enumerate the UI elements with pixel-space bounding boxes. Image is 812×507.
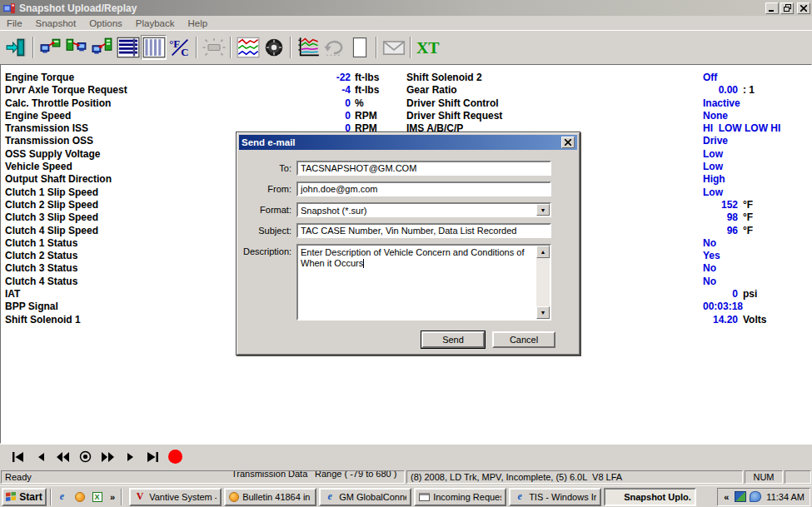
to-input[interactable] [296,161,551,176]
send-button[interactable]: Send [421,331,485,348]
toolbar-separator [230,37,232,58]
subject-input[interactable] [296,223,551,238]
column-view-icon[interactable] [141,35,167,60]
tools-icon[interactable]: XT [415,35,441,60]
description-textarea[interactable]: Enter Description of Vehicle Concern and… [296,244,551,321]
right-parameter-value-cell: No [703,237,811,250]
description-scrollbar[interactable]: ▲ ▼ [536,246,550,319]
fast-forward-icon[interactable] [97,449,119,465]
skip-to-end-icon[interactable] [142,449,164,465]
task-button[interactable]: Incoming Reques... [414,488,506,506]
menu-item[interactable]: Snapshot [29,17,83,29]
right-parameter-unit [716,237,721,249]
scroll-down-icon[interactable]: ▼ [536,306,550,319]
left-parameter-value: 0 [317,110,351,122]
right-parameter-unit: : 1 [738,84,755,96]
fahrenheit-celsius-icon[interactable]: °FC [167,35,192,60]
start-button[interactable]: Start [2,488,47,506]
menu-item[interactable]: Options [82,17,129,29]
system-tray: « 11:34 AM [717,488,810,506]
exit-icon[interactable] [3,35,29,60]
task-button-icon [609,491,620,502]
right-parameter-label: Driver Shift Request [406,110,703,122]
new-page-icon[interactable] [346,35,372,60]
right-parameter-value: No [703,237,716,249]
right-parameter-unit [780,122,785,134]
menu-item[interactable]: File [0,17,29,29]
right-parameter-value: 14.20 [703,314,738,326]
task-button[interactable]: TIS - Windows In... [509,488,601,506]
to-label: To: [243,161,296,176]
right-parameter-unit [716,262,721,274]
chart-icon[interactable] [295,35,321,60]
step-forward-icon[interactable] [119,449,142,465]
format-value: Snapshot (*.sur) [298,204,536,216]
menu-item[interactable]: Help [181,17,214,29]
skip-to-start-icon[interactable] [7,449,29,465]
right-parameter-unit: °F [738,225,753,236]
excel-icon[interactable]: X [90,490,104,504]
dial-icon[interactable] [261,35,286,60]
restore-button[interactable] [780,2,794,14]
transfer-from-device-icon[interactable] [89,35,115,60]
taskbar-divider [50,489,52,505]
menu-item[interactable]: Playback [129,17,182,29]
transfer-to-device-icon[interactable] [63,35,89,60]
dialog-close-icon[interactable] [561,137,575,148]
right-parameter-value-cell: No [703,276,811,288]
task-button[interactable]: GM GlobalConnec... [319,488,411,506]
right-parameter-value-cell: Off [703,72,811,84]
right-parameter-unit [728,110,733,122]
taskbar-divider [121,489,122,505]
messenger-tray-icon[interactable] [750,491,761,502]
rewind-icon[interactable] [52,449,74,465]
right-parameter-value: High [703,173,725,185]
minimize-button[interactable] [765,2,779,14]
right-parameter-value-cell: 14.20Volts [703,314,811,326]
right-parameter-label: Gear Ratio [406,84,703,97]
center-trigger-icon[interactable] [74,449,97,465]
task-button-icon [229,492,239,502]
quick-launch-overflow-chevron[interactable]: » [107,492,117,502]
tray-chevron[interactable]: « [721,492,731,502]
right-parameter-value: Low [703,148,723,160]
right-parameter-value-cell: No [703,262,811,275]
right-parameter-value-cell: 0psi [703,288,811,301]
format-dropdown[interactable]: Snapshot (*.sur) ▼ [296,202,551,217]
multi-graph-icon[interactable] [235,35,261,60]
task-button[interactable]: Bulletin 41864 in ... [224,488,316,506]
task-button-label: TIS - Windows In... [529,492,596,502]
description-text: Enter Description of Vehicle Concern and… [301,247,524,268]
left-parameter-value: -22 [317,72,351,84]
right-parameter-value: No [703,262,716,274]
right-parameter-value-cell: Low [703,148,811,161]
step-back-icon[interactable] [29,449,52,465]
toolbar-separator [196,37,197,58]
scroll-up-icon[interactable]: ▲ [536,246,550,258]
right-parameter-value: None [703,110,728,122]
from-input[interactable] [296,181,551,196]
cancel-button[interactable]: Cancel [492,331,555,348]
right-parameter-unit: °F [738,199,753,211]
left-parameter-label: Engine Speed [3,110,317,122]
from-row: From: [243,181,551,196]
task-button[interactable]: Vantive System -... [129,488,222,506]
right-parameter-value-cell: HI LOW LOW HI [703,122,811,135]
right-parameter-unit [723,148,728,160]
upload-pc-icon[interactable] [37,35,63,60]
record-icon[interactable] [168,450,182,464]
right-parameter-value: Low [703,186,723,198]
right-parameter-unit [728,135,733,147]
right-parameter-label: Driver Shift Control [406,97,703,110]
task-button[interactable]: Snapshot Uplo... [604,488,696,506]
quick-launch: X » [55,490,117,504]
status-end-pane [785,470,811,484]
right-parameter-value: 98 [703,211,738,224]
row-view-icon[interactable] [115,35,141,60]
display-tray-icon[interactable] [735,491,746,502]
ie-icon[interactable] [55,490,69,504]
close-button[interactable] [797,2,810,14]
right-parameter-value-cell: 00:03:18 [703,301,811,313]
chevron-down-icon[interactable]: ▼ [536,204,550,216]
bulletin-icon[interactable] [72,490,87,504]
